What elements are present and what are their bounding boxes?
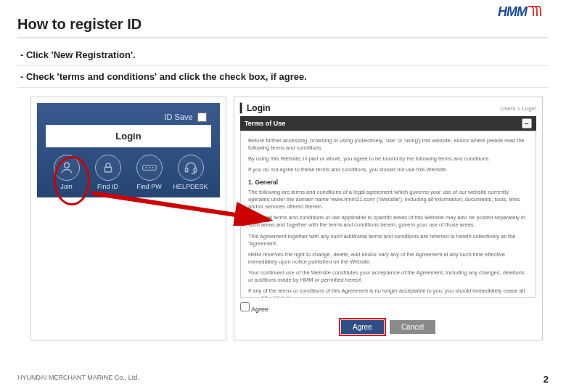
page-number: 2 bbox=[544, 374, 549, 385]
footer-company: HYUNDAI MERCHANT MARINE Co., Ltd. bbox=[17, 374, 139, 385]
breadcrumb: Users > Login bbox=[500, 105, 536, 112]
join-button[interactable]: Join bbox=[46, 155, 87, 190]
svg-rect-7 bbox=[194, 168, 196, 172]
collapse-icon[interactable]: − bbox=[522, 118, 532, 128]
svg-rect-6 bbox=[185, 168, 187, 172]
helpdesk-button[interactable]: HELPDESK bbox=[170, 155, 211, 190]
dots-icon bbox=[136, 155, 163, 181]
svg-rect-1 bbox=[104, 168, 111, 173]
svg-point-5 bbox=[152, 167, 153, 168]
login-panel-screenshot: ID Save Login Join Find bbox=[30, 97, 226, 340]
terms-screenshot: ▎Login Users > Login Terms of Use − Befo… bbox=[234, 97, 543, 340]
svg-point-0 bbox=[64, 163, 69, 168]
step-2: - Check 'terms and conditions' and click… bbox=[17, 66, 549, 87]
step-1: - Click 'New Registration'. bbox=[17, 44, 549, 65]
lock-icon bbox=[95, 155, 121, 181]
id-save-label: ID Save bbox=[165, 113, 193, 121]
login-heading: ▎Login bbox=[240, 103, 271, 113]
svg-point-4 bbox=[148, 167, 149, 168]
find-id-button[interactable]: Find ID bbox=[87, 155, 128, 190]
cancel-button[interactable]: Cancel bbox=[390, 320, 435, 334]
find-pw-button[interactable]: Find PW bbox=[128, 155, 170, 190]
agree-checkbox[interactable] bbox=[240, 302, 250, 311]
terms-text: Before further accessing, browsing or us… bbox=[240, 131, 536, 298]
id-save-checkbox[interactable] bbox=[197, 113, 207, 122]
svg-point-3 bbox=[145, 167, 147, 168]
page-title: How to register ID bbox=[17, 16, 549, 33]
terms-header: Terms of Use bbox=[245, 120, 285, 127]
brand-logo: HMM bbox=[498, 4, 544, 20]
login-button[interactable]: Login bbox=[46, 125, 211, 147]
agree-label: Agree bbox=[251, 306, 268, 313]
person-icon bbox=[54, 155, 80, 181]
headset-icon bbox=[178, 155, 204, 181]
agree-button[interactable]: Agree bbox=[341, 320, 384, 334]
